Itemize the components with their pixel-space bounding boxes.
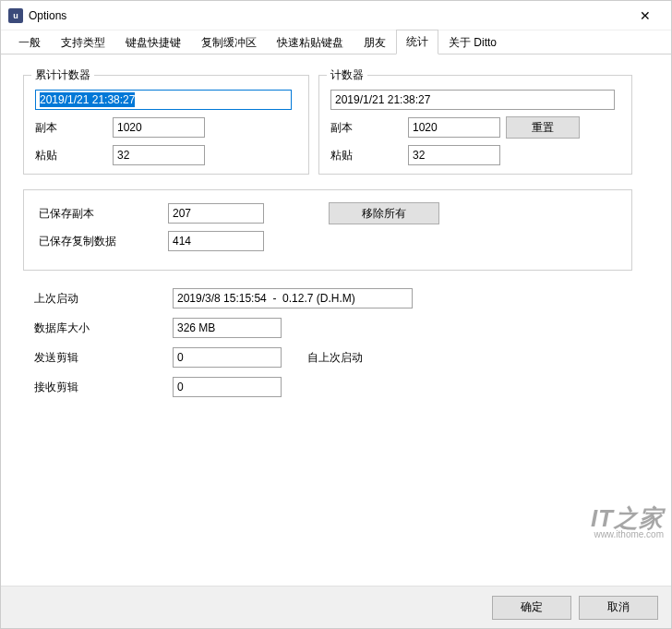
window-title: Options [29,9,627,22]
ok-button[interactable]: 确定 [492,596,571,620]
tab-strip: 一般 支持类型 键盘快捷键 复制缓冲区 快速粘贴键盘 朋友 统计 关于 Ditt… [1,30,671,54]
tab-content: 累计计数器 2019/1/21 21:38:27 副本 粘贴 计数器 副本 重置 [1,54,671,586]
saved-copies-label: 已保存副本 [39,206,168,222]
last-start-label: 上次启动 [34,291,173,307]
tab-about[interactable]: 关于 Ditto [438,30,507,54]
counters-copy-label: 副本 [330,120,408,136]
last-start-value[interactable] [173,288,413,308]
send-clips-label: 发送剪辑 [34,350,173,366]
cumulative-paste-label: 粘贴 [35,148,113,163]
tab-friends[interactable]: 朋友 [354,30,396,54]
tab-general[interactable]: 一般 [8,30,51,54]
db-size-value[interactable] [173,318,282,338]
titlebar: u Options ✕ [1,1,671,30]
options-dialog: u Options ✕ 一般 支持类型 键盘快捷键 复制缓冲区 快速粘贴键盘 朋… [0,0,672,629]
cumulative-date-field[interactable]: 2019/1/21 21:38:27 [35,90,292,110]
cumulative-counters-group: 累计计数器 2019/1/21 21:38:27 副本 粘贴 [23,75,309,175]
tab-quick-paste[interactable]: 快速粘贴键盘 [267,30,354,54]
counters-paste-value[interactable] [408,145,500,165]
saved-section: 已保存副本 移除所有 已保存复制数据 [23,189,632,271]
cumulative-copy-value[interactable] [113,117,205,138]
counters-date-field[interactable] [330,90,615,110]
since-last-start-label: 自上次启动 [307,350,363,366]
counters-copy-value[interactable] [408,117,500,138]
tab-keyboard-shortcuts[interactable]: 键盘快捷键 [115,30,191,54]
reset-button[interactable]: 重置 [506,116,580,139]
cumulative-counters-title: 累计计数器 [31,67,94,83]
saved-data-value[interactable] [168,231,264,251]
cumulative-copy-label: 副本 [35,120,113,136]
dialog-footer: 确定 取消 [1,586,671,628]
db-size-label: 数据库大小 [34,321,173,336]
send-clips-value[interactable] [173,347,282,368]
tab-stats[interactable]: 统计 [396,30,438,54]
saved-data-label: 已保存复制数据 [39,234,168,249]
counters-group: 计数器 副本 重置 粘贴 [318,75,632,175]
cancel-button[interactable]: 取消 [579,596,658,620]
recv-clips-label: 接收剪辑 [34,380,173,395]
remove-all-button[interactable]: 移除所有 [329,202,439,224]
close-icon[interactable]: ✕ [627,3,664,29]
recv-clips-value[interactable] [173,377,282,397]
misc-stats-section: 上次启动 数据库大小 发送剪辑 自上次启动 接收剪辑 [34,285,625,404]
cumulative-paste-value[interactable] [113,145,205,165]
saved-copies-value[interactable] [168,203,264,224]
tab-copy-buffers[interactable]: 复制缓冲区 [191,30,267,54]
watermark: IT之家 www.ithome.com [591,506,664,539]
counters-paste-label: 粘贴 [330,148,408,163]
app-icon: u [8,8,23,23]
counters-title: 计数器 [327,67,367,83]
tab-supported-types[interactable]: 支持类型 [51,30,115,54]
